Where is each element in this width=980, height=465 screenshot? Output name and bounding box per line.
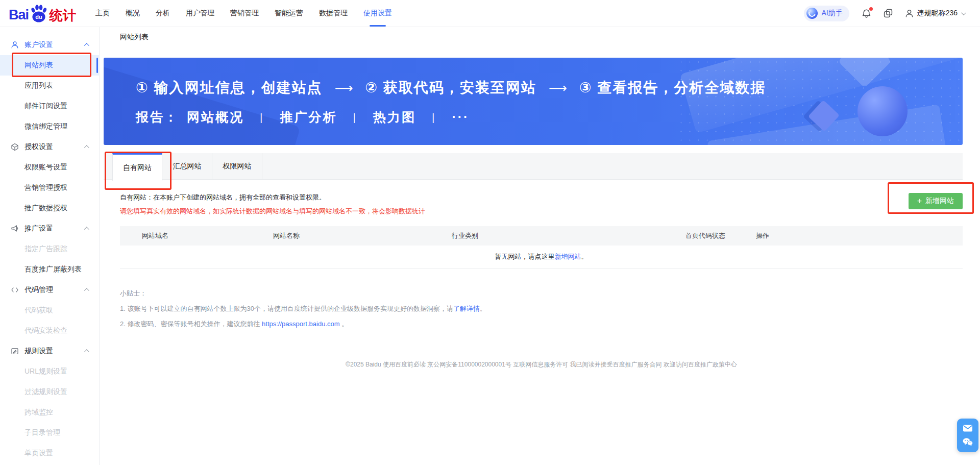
tab-permission-websites[interactable]: 权限网站: [212, 153, 262, 179]
arrow-right-icon: ⟶: [335, 81, 353, 95]
logo-text-bai: Bai: [9, 8, 29, 22]
feedback-mail-button[interactable]: [963, 424, 973, 432]
sidebar-item-code-acquisition: 代码获取: [0, 300, 99, 321]
banner-decoration: [104, 64, 301, 145]
notification-badge: [869, 7, 873, 11]
banner-report-item: 热力图: [373, 109, 416, 126]
section-label: 规则设置: [24, 347, 80, 356]
sidebar-item-designated-ad-tracking: 指定广告跟踪: [0, 239, 99, 259]
item-label: 子目录管理: [24, 428, 60, 437]
banner-reports: 报告： 网站概况 | 推广分析 | 热力图 | ···: [136, 109, 469, 126]
ai-assistant-icon: [806, 8, 818, 19]
tab-own-websites[interactable]: 自有网站: [112, 153, 162, 181]
sidebar-section-promotion-settings[interactable]: 推广设置: [0, 218, 99, 239]
item-label: 跨域监控: [24, 408, 53, 417]
chevron-up-icon: [84, 227, 89, 232]
baidu-paw-icon: du: [29, 5, 48, 23]
nav-item-overview[interactable]: 概况: [126, 0, 140, 27]
sidebar-item-marketing-management-authorization[interactable]: 营销管理授权: [0, 178, 99, 198]
link-tools-button[interactable]: [884, 9, 893, 18]
learn-more-link[interactable]: 了解详情: [453, 305, 480, 312]
tip-line-1: 1. 该账号下可以建立的自有网站个数上限为30个，请使用百度统计提供的企业级数据…: [120, 304, 963, 313]
sidebar-item-filter-rule-settings: 过滤规则设置: [0, 382, 99, 402]
section-label: 推广设置: [24, 224, 80, 233]
panel-description: 自有网站：在本账户下创建的网站域名，拥有全部的查看和设置权限。: [120, 193, 425, 202]
contact-widget: [957, 419, 978, 452]
tab-summary-websites[interactable]: 汇总网站: [162, 153, 212, 179]
sidebar-item-permission-account-settings[interactable]: 权限账号设置: [0, 157, 99, 178]
plus-icon: +: [917, 197, 922, 205]
main-content: 网站列表 ① 输入网址信息，创建站点 ⟶ ② 获取代码，安装至网站 ⟶ ③ 查看…: [100, 27, 980, 465]
sidebar-item-email-subscription-settings[interactable]: 邮件订阅设置: [0, 96, 99, 116]
table-header-row: 网站域名 网站名称 行业类别 首页代码状态 操作: [120, 226, 963, 246]
item-label: 百度推广屏蔽列表: [24, 265, 82, 274]
sidebar-item-website-list[interactable]: 网站列表: [0, 55, 99, 76]
top-nav-menu: 主页 概况 分析 用户管理 营销管理 智能运营 数据管理 使用设置: [95, 0, 392, 27]
item-label: 单页设置: [24, 449, 53, 458]
tips-section: 小贴士： 1. 该账号下可以建立的自有网站个数上限为30个，请使用百度统计提供的…: [120, 289, 963, 329]
sidebar-section-account-settings[interactable]: 账户设置: [0, 35, 99, 55]
ai-assistant-button[interactable]: AI助手: [804, 6, 849, 21]
nav-item-user-management[interactable]: 用户管理: [186, 0, 214, 27]
sidebar: 账户设置 网站列表 应用列表 邮件订阅设置 微信绑定管理 授权设置 权限账号设置…: [0, 27, 100, 465]
sidebar-item-subdirectory-management: 子目录管理: [0, 423, 99, 443]
section-label: 代码管理: [24, 285, 80, 295]
own-websites-panel: 自有网站：在本账户下创建的网站域名，拥有全部的查看和设置权限。 请您填写真实有效…: [100, 193, 980, 369]
link-icon: [884, 9, 893, 18]
chevron-up-icon: [84, 145, 89, 150]
section-label: 授权设置: [24, 142, 80, 152]
sidebar-item-code-installation-check: 代码安装检查: [0, 321, 99, 341]
logo-text-tongji: 统计: [50, 9, 76, 22]
empty-state-suffix: 。: [581, 252, 588, 261]
tip-1-text: 1. 该账号下可以建立的自有网站个数上限为30个，请使用百度统计提供的企业级数据…: [120, 305, 453, 312]
wechat-contact-button[interactable]: [962, 437, 973, 447]
nav-item-data-management[interactable]: 数据管理: [319, 0, 348, 27]
tip-1-suffix: 。: [480, 305, 486, 312]
sidebar-item-app-list[interactable]: 应用列表: [0, 76, 99, 96]
sidebar-section-code-management[interactable]: 代码管理: [0, 280, 99, 300]
item-label: 过滤规则设置: [24, 387, 67, 397]
chevron-down-icon: [961, 10, 966, 15]
nav-item-analysis[interactable]: 分析: [156, 0, 170, 27]
empty-state-row: 暂无网站，请点这里 新增网站 。: [120, 246, 963, 268]
baidu-tongji-logo[interactable]: Bai du 统计: [9, 5, 76, 22]
sidebar-item-single-page-settings: 单页设置: [0, 443, 99, 463]
add-website-button[interactable]: + 新增网站: [909, 193, 963, 209]
column-header-industry: 行业类别: [452, 231, 685, 240]
tips-title: 小贴士：: [120, 289, 963, 298]
sidebar-item-cross-domain-monitoring: 跨域监控: [0, 402, 99, 423]
banner-sphere-decoration: [857, 86, 908, 136]
notification-bell-button[interactable]: [862, 9, 871, 18]
onboarding-banner: ① 输入网址信息，创建站点 ⟶ ② 获取代码，安装至网站 ⟶ ③ 查看报告，分析…: [104, 58, 963, 145]
item-label: 微信绑定管理: [24, 122, 67, 131]
column-header-domain: 网站域名: [127, 231, 273, 240]
empty-state-add-link[interactable]: 新增网站: [555, 252, 581, 261]
item-label: 网站列表: [24, 61, 53, 70]
logo-text-du: du: [35, 14, 42, 20]
arrow-right-icon: ⟶: [549, 81, 567, 95]
divider: |: [432, 111, 436, 124]
nav-item-smart-operation[interactable]: 智能运营: [275, 0, 303, 27]
panel-description-block: 自有网站：在本账户下创建的网站域名，拥有全部的查看和设置权限。 请您填写真实有效…: [120, 193, 425, 216]
nav-item-usage-settings[interactable]: 使用设置: [363, 0, 392, 27]
chevron-up-icon: [84, 288, 89, 293]
user-account-menu[interactable]: 违规昵称236: [905, 9, 965, 18]
sidebar-item-wechat-binding-management[interactable]: 微信绑定管理: [0, 116, 99, 137]
sidebar-section-rule-settings[interactable]: 规则设置: [0, 341, 99, 361]
passport-link[interactable]: https://passport.baidu.com: [262, 320, 339, 328]
website-tabs: 自有网站 汇总网站 权限网站: [104, 153, 963, 180]
nav-item-marketing-management[interactable]: 营销管理: [230, 0, 259, 27]
item-label: 权限账号设置: [24, 163, 67, 172]
sidebar-item-baidu-promotion-block-list[interactable]: 百度推广屏蔽列表: [0, 259, 99, 280]
rules-edit-icon: [11, 347, 19, 355]
nav-item-home[interactable]: 主页: [95, 0, 110, 27]
page-footer: ©2025 Baidu 使用百度前必读 京公网安备11000002000001号…: [120, 360, 963, 369]
item-label: 指定广告跟踪: [24, 244, 67, 254]
section-label: 账户设置: [24, 40, 80, 50]
divider: |: [353, 111, 357, 124]
item-label: 代码获取: [24, 306, 53, 315]
banner-report-item: ···: [452, 110, 469, 125]
user-icon: [905, 9, 914, 18]
sidebar-item-promotion-data-authorization[interactable]: 推广数据授权: [0, 198, 99, 218]
sidebar-section-authorization-settings[interactable]: 授权设置: [0, 137, 99, 157]
